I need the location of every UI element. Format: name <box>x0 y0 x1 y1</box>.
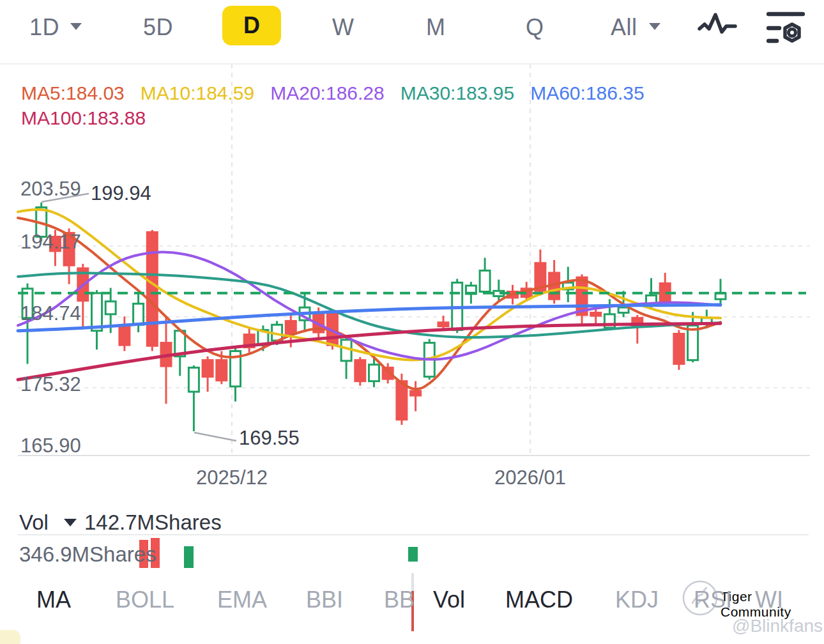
candle-down <box>674 334 684 364</box>
period-5d[interactable]: 5D <box>143 14 173 41</box>
tab-ema[interactable]: EMA <box>217 586 267 613</box>
period-day-selected[interactable]: D <box>222 6 281 45</box>
candle-down <box>147 232 157 346</box>
chevron-down-icon[interactable] <box>64 519 77 526</box>
tab-bb[interactable]: BB <box>384 586 415 613</box>
tab-ma[interactable]: MA <box>36 586 71 613</box>
toolbar-divider <box>0 63 824 65</box>
candle-down <box>217 360 227 381</box>
candle-down <box>286 321 296 334</box>
ma-legend-ma60: MA60:186.35 <box>530 82 644 103</box>
period-quarter[interactable]: Q <box>526 14 544 41</box>
candle-down <box>202 360 213 377</box>
tab-wi[interactable]: WI <box>755 586 783 613</box>
period-all[interactable]: All <box>611 14 637 41</box>
candle-down <box>411 391 421 395</box>
period-month[interactable]: M <box>426 14 446 41</box>
candle-up <box>134 303 144 325</box>
chart-style-icon[interactable] <box>698 12 737 46</box>
candle-up <box>618 307 629 312</box>
ma-legend: MA5:184.03MA10:184.59MA20:186.28MA30:183… <box>21 80 660 130</box>
tab-macd[interactable]: MACD <box>505 586 573 613</box>
tab-kdj[interactable]: KDJ <box>615 586 659 613</box>
candle-down <box>397 381 407 420</box>
candle-down <box>438 323 448 326</box>
period-week[interactable]: W <box>332 14 354 41</box>
volume-bar <box>184 546 194 568</box>
chevron-down-icon[interactable] <box>649 23 660 30</box>
candle-up <box>92 293 102 331</box>
ma-legend-ma5: MA5:184.03 <box>21 82 125 103</box>
ma-legend-row-1: MA5:184.03MA10:184.59MA20:186.28MA30:183… <box>21 80 660 105</box>
ma-legend-row-2: MA100:183.88 <box>21 105 660 130</box>
candle-down <box>355 360 365 381</box>
candle-up <box>369 365 379 381</box>
tab-vol[interactable]: Vol <box>433 586 465 613</box>
corner-button-partial[interactable] <box>0 630 20 644</box>
candle-up <box>105 302 116 314</box>
indicator-tabs: MA BOLL EMA BBI BB Vol MACD KDJ RSI WI <box>0 586 824 617</box>
candle-up <box>188 367 199 392</box>
period-toolbar: 1D 5D D W M Q All <box>0 0 824 64</box>
volume-bar <box>408 547 418 562</box>
watermark-handle: @Blinkfans <box>732 616 823 636</box>
candle-down <box>591 312 601 316</box>
ma-legend-ma30: MA30:183.95 <box>401 82 514 103</box>
period-1d[interactable]: 1D <box>29 14 59 41</box>
volume-max-value: 346.9MShares <box>19 542 156 567</box>
tab-rsi[interactable]: RSI <box>694 586 732 613</box>
ma-legend-ma20: MA20:186.28 <box>270 82 384 103</box>
indicator-settings-icon[interactable] <box>767 9 805 51</box>
stock-chart-screen: 1D 5D D W M Q All MA5:184.03MA10:184.59M… <box>0 0 824 644</box>
tab-boll[interactable]: BOLL <box>116 586 174 613</box>
ma-legend-ma100: MA100:183.88 <box>21 107 146 128</box>
candle-up <box>480 271 490 292</box>
volume-current-value: 142.7MShares <box>84 510 222 535</box>
candle-down <box>119 327 130 345</box>
volume-indicator-label[interactable]: Vol <box>19 510 49 535</box>
candle-down <box>50 237 60 251</box>
ma-legend-ma10: MA10:184.59 <box>141 82 254 103</box>
tab-bbi[interactable]: BBI <box>306 586 343 613</box>
chevron-down-icon[interactable] <box>70 23 82 30</box>
